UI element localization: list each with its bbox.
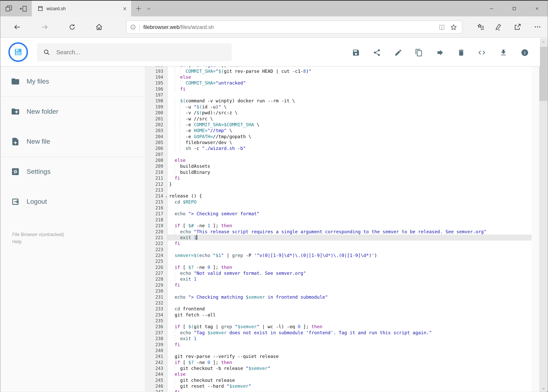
code-line[interactable]: 236 if [ $(git tag | grep "$semver" | wc… [145, 324, 532, 329]
new-tab-button[interactable] [135, 5, 142, 12]
code-line[interactable]: 216 [145, 205, 532, 211]
sidebar-item-new-file[interactable]: New file [0, 127, 145, 157]
download-button[interactable] [499, 49, 507, 56]
forward-icon[interactable] [41, 23, 48, 31]
copy-button[interactable] [415, 49, 423, 56]
code-line[interactable]: 235 [145, 318, 532, 324]
search-box[interactable] [37, 43, 232, 61]
scrollbar-thumb[interactable] [539, 47, 547, 101]
site-info-icon[interactable] [130, 24, 136, 30]
set-tabs-aside-icon[interactable] [20, 5, 27, 13]
raw-code-button[interactable] [478, 49, 486, 56]
code-line[interactable]: 219 if [ $# -ne 1 ]; then [145, 223, 532, 229]
code-line[interactable]: 245 git checkout release [145, 377, 532, 383]
code-line[interactable]: 214▾release () { [145, 193, 532, 199]
code-line[interactable]: 200 -v /$(pwd):/src:z \ [145, 110, 532, 116]
search-input[interactable] [56, 49, 210, 56]
code-line[interactable]: 205 filebrowser/dev \ [145, 140, 532, 145]
code-line[interactable]: 204 -e GOPATH=//tmp/gopath \ [145, 133, 532, 139]
code-line[interactable]: 218 [145, 217, 532, 223]
code-line[interactable]: 201 -w //src \ [145, 116, 532, 121]
tab-list-chevron-icon[interactable] [146, 6, 152, 11]
code-line[interactable]: 229 fi [145, 282, 532, 288]
code-line[interactable]: 193 COMMIT_SHA="$(git rev-parse HEAD | c… [145, 68, 532, 74]
code-line[interactable]: 192 if [ -d ".git" ]; then [145, 66, 532, 68]
url-text[interactable]: filebrowser.web/files/wizard.sh [143, 24, 438, 30]
code-line[interactable]: 243 git checkout -b release "$semver" [145, 365, 532, 371]
favorites-hub-icon[interactable] [477, 23, 485, 31]
edit-button[interactable] [394, 49, 402, 56]
code-line[interactable]: 199 -u "$(id -u)" \ [145, 104, 532, 110]
favorite-star-icon[interactable] [450, 24, 457, 31]
share-button[interactable] [373, 49, 381, 56]
code-line[interactable]: 208 else [145, 157, 532, 163]
code-line[interactable]: 222 fi [145, 240, 532, 246]
code-line[interactable]: 215 cd $REPO [145, 199, 532, 205]
code-line[interactable]: 196 fi [145, 86, 532, 92]
delete-button[interactable] [457, 49, 465, 56]
tab-close-icon[interactable] [122, 6, 128, 11]
code-line[interactable]: 217 echo "> Checking semver format" [145, 211, 532, 217]
save-button[interactable] [352, 49, 360, 56]
code-line[interactable]: 202 -e COMMIT_SHA=$COMMIT_SHA \ [145, 122, 532, 128]
code-line[interactable]: 237 echo "Tag $semver does not exist in … [145, 330, 532, 336]
address-bar[interactable]: filebrowser.web/files/wizard.sh [126, 21, 463, 34]
code-line[interactable]: 226 if [ $? -ne 0 ]; then [145, 264, 532, 270]
move-button[interactable] [436, 49, 444, 56]
refresh-icon[interactable] [69, 23, 76, 31]
code-line[interactable]: 230 [145, 288, 532, 294]
code-line[interactable]: 210 buildBinary [145, 169, 532, 175]
code-line[interactable]: 234 git fetch --all [145, 312, 532, 318]
sidebar-item-settings[interactable]: Settings [0, 157, 145, 187]
help-link[interactable]: Help [12, 238, 64, 246]
code-line[interactable]: 231 echo "> Checking matching $semver in… [145, 294, 532, 300]
code-line[interactable]: 224 semver=$(echo "$1" | grep -P '^v(0|[… [145, 252, 532, 258]
code-line[interactable]: 207 [145, 152, 532, 157]
web-note-pen-icon[interactable] [494, 23, 502, 31]
scroll-up-icon[interactable] [539, 39, 547, 46]
code-line[interactable]: 240 [145, 348, 532, 353]
code-line[interactable]: 225 [145, 258, 532, 264]
app-logo[interactable] [8, 42, 28, 62]
code-editor[interactable]: 192 if [ -d ".git" ]; then193 COMMIT_SHA… [145, 66, 532, 392]
code-line[interactable]: 233 cd frontend [145, 306, 532, 312]
code-line[interactable]: 197 [145, 92, 532, 98]
code-line[interactable]: 206 sh -c "./wizard.sh -b" [145, 145, 532, 151]
tab-preview-icon[interactable] [5, 5, 13, 13]
code-line[interactable]: 213 [145, 187, 532, 193]
code-line[interactable]: 242 if [ $? -ne 0 ]; then [145, 359, 532, 365]
code-line[interactable]: 228 exit 1 [145, 276, 532, 282]
code-line[interactable]: 198 $(command -v winpty) docker run --rm… [145, 98, 532, 104]
code-line[interactable]: 241 git rev-parse --verify --quiet relea… [145, 353, 532, 359]
sidebar-item-new-folder[interactable]: New folder [0, 97, 145, 127]
code-line[interactable]: 227 echo "Not valid semver format. See s… [145, 270, 532, 276]
code-line[interactable]: 203 -e HOME="//tmp" \ [145, 128, 532, 133]
code-line[interactable]: 232 [145, 300, 532, 306]
code-line[interactable]: 211 fi [145, 175, 532, 181]
minimize-button[interactable] [484, 1, 499, 16]
close-button[interactable] [529, 1, 545, 16]
code-line[interactable]: 195 COMMIT_SHA="untracked" [145, 80, 532, 86]
code-line[interactable]: 238 exit 1 [145, 336, 532, 342]
code-line[interactable]: 244 else [145, 371, 532, 377]
code-line[interactable]: 194 else [145, 74, 532, 80]
share-icon[interactable] [514, 23, 521, 31]
code-line[interactable]: 212} [145, 181, 532, 187]
maximize-button[interactable] [506, 1, 522, 16]
code-line[interactable]: 223 [145, 246, 532, 252]
code-line[interactable]: 246 git reset --hard "$semver" [145, 383, 532, 389]
code-line[interactable]: 220 echo "This release script requires a… [145, 229, 532, 234]
info-button[interactable] [521, 49, 529, 56]
browser-tab[interactable]: wizard.sh [32, 1, 131, 16]
more-ellipsis-icon[interactable] [534, 23, 541, 31]
back-icon[interactable] [14, 23, 21, 31]
code-line[interactable]: 221 exit 1 [145, 235, 532, 240]
reading-view-icon[interactable] [438, 24, 445, 31]
code-line[interactable]: 239 fi [145, 342, 532, 347]
sidebar-item-logout[interactable]: Logout [0, 187, 145, 217]
home-icon[interactable] [96, 23, 103, 31]
page-scrollbar[interactable] [539, 39, 547, 392]
scroll-down-icon[interactable] [539, 385, 547, 392]
code-line[interactable]: 209 buildAssets [145, 163, 532, 169]
sidebar-item-my-files[interactable]: My files [0, 66, 145, 97]
